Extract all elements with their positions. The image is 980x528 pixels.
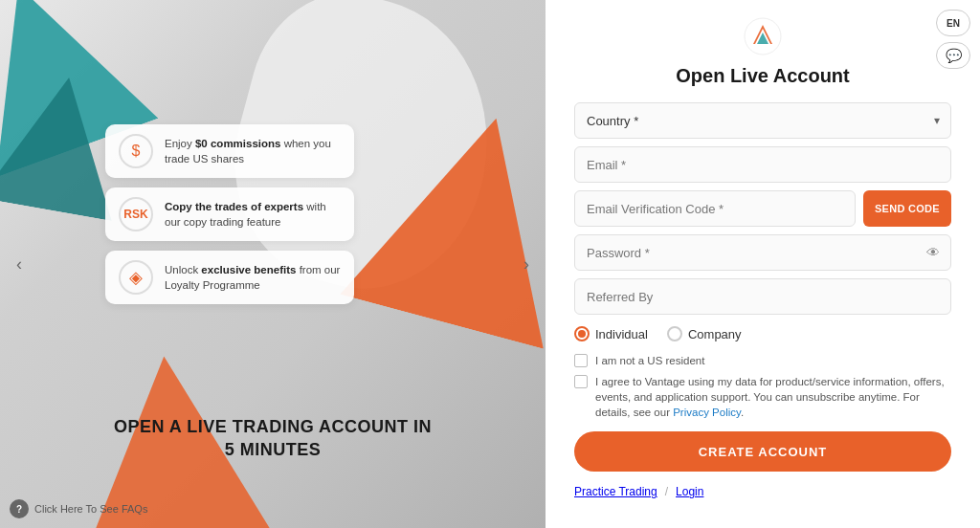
country-select[interactable]: Country * United States United Kingdom A… (574, 102, 951, 139)
login-link[interactable]: Login (676, 485, 703, 498)
feature-card-copy-trading: RSK Copy the trades of experts with our … (105, 187, 354, 241)
email-verification-row: SEND CODE (574, 190, 951, 227)
practice-trading-link[interactable]: Practice Trading (574, 485, 657, 498)
copy-trading-text: Copy the trades of experts with our copy… (165, 199, 341, 230)
logo-container (744, 17, 782, 59)
referred-by-field (574, 278, 951, 315)
bottom-links: Practice Trading / Login (574, 485, 951, 498)
faq-label: Click Here To See FAQs (34, 503, 147, 515)
agree-text: I agree to Vantage using my data for pro… (595, 374, 951, 420)
commissions-text: Enjoy $0 commissions when you trade US s… (165, 136, 341, 166)
us-resident-checkbox-option[interactable]: I am not a US resident (574, 353, 951, 368)
us-resident-checkbox (574, 354, 588, 367)
individual-radio-fill (578, 330, 586, 338)
page-title: Open Live Account (676, 65, 850, 87)
feature-cards: $ Enjoy $0 commissions when you trade US… (105, 124, 354, 304)
individual-radio-option[interactable]: Individual (574, 326, 648, 341)
loyalty-text: Unlock exclusive benefits from our Loyal… (165, 262, 341, 293)
privacy-policy-link[interactable]: Privacy Policy (673, 407, 741, 418)
chat-button[interactable]: 💬 (936, 42, 970, 69)
links-divider: / (665, 485, 668, 498)
top-controls: EN 💬 (936, 10, 970, 69)
verification-code-input[interactable] (574, 190, 856, 227)
create-account-button[interactable]: CREATE ACCOUNT (574, 431, 951, 472)
us-resident-label: I am not a US resident (595, 353, 704, 368)
main-heading: OPEN A LIVE TRADING ACCOUNT IN 5 MINUTES (0, 416, 546, 461)
password-toggle-icon[interactable]: 👁 (926, 245, 940, 260)
faq-button[interactable]: ? Click Here To See FAQs (10, 499, 147, 518)
country-field: Country * United States United Kingdom A… (574, 102, 951, 139)
carousel-arrow-right[interactable]: › (515, 253, 538, 275)
checkbox-group: I am not a US resident I agree to Vantag… (574, 353, 951, 420)
account-type-radio-group: Individual Company (574, 322, 951, 345)
password-field-container: 👁 (574, 234, 951, 271)
individual-label: Individual (595, 327, 648, 341)
faq-icon: ? (10, 499, 29, 518)
email-field-container (574, 146, 951, 183)
language-button[interactable]: EN (936, 10, 970, 36)
feature-card-commissions: $ Enjoy $0 commissions when you trade US… (105, 124, 354, 178)
company-radio-circle (667, 326, 682, 341)
agree-checkbox-option[interactable]: I agree to Vantage using my data for pro… (574, 374, 951, 420)
email-input[interactable] (574, 146, 951, 183)
feature-card-loyalty: ◈ Unlock exclusive benefits from our Loy… (105, 251, 354, 304)
carousel-arrow-left[interactable]: ‹ (8, 253, 31, 275)
loyalty-icon: ◈ (119, 260, 153, 295)
right-panel: EN 💬 Open Live Account Country * United … (546, 0, 980, 528)
vantage-logo (744, 17, 782, 55)
chat-icon: 💬 (946, 48, 962, 63)
registration-form: Country * United States United Kingdom A… (574, 102, 951, 498)
left-panel: $ Enjoy $0 commissions when you trade US… (0, 0, 546, 528)
copy-trading-icon: RSK (119, 197, 153, 231)
company-label: Company (688, 327, 742, 341)
send-code-button[interactable]: SEND CODE (863, 190, 951, 227)
company-radio-option[interactable]: Company (667, 326, 742, 341)
individual-radio-circle (574, 326, 590, 341)
referred-by-input[interactable] (574, 278, 951, 315)
password-input[interactable] (574, 234, 951, 271)
commissions-icon: $ (119, 134, 153, 168)
agree-checkbox (574, 375, 588, 388)
